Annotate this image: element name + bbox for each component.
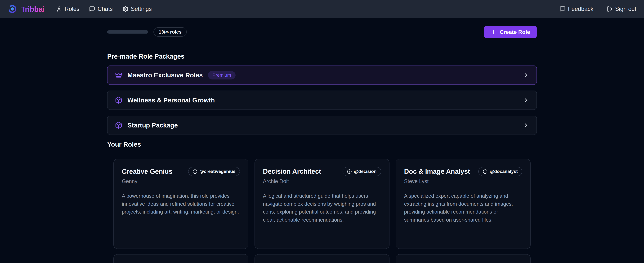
sign-out-button[interactable]: Sign out xyxy=(606,5,636,12)
sign-out-label: Sign out xyxy=(615,5,636,12)
role-description: A logical and structured guide that help… xyxy=(263,192,381,224)
create-role-button[interactable]: Create Role xyxy=(484,26,537,38)
nav-item-roles[interactable]: Roles xyxy=(56,5,80,12)
package-row-wellness-growth[interactable]: Wellness & Personal Growth xyxy=(107,91,537,110)
role-handle: @creativegenius xyxy=(200,169,236,174)
nav-item-chats[interactable]: Chats xyxy=(89,5,113,12)
role-agent-name: Archie Doit xyxy=(263,178,381,184)
role-card-doc-image-analyst[interactable]: Doc & Image Analyst @docanalyst Steve Ly… xyxy=(396,159,530,249)
user-icon xyxy=(56,6,62,12)
role-description: A powerhouse of imagination, this role p… xyxy=(122,192,240,216)
roles-count-badge: 13/∞ roles xyxy=(154,27,187,37)
chevron-right-icon xyxy=(523,122,529,128)
sign-out-icon xyxy=(606,6,613,12)
package-title: Maestro Exclusive Roles xyxy=(128,72,203,79)
main-content: 13/∞ roles Create Role Pre-made Role Pac… xyxy=(107,26,537,263)
usage-row: 13/∞ roles Create Role xyxy=(107,26,537,38)
role-description: A specialized expert capable of analyzin… xyxy=(404,192,522,224)
brand-name: Tribbai xyxy=(21,5,44,13)
role-handle: @decision xyxy=(354,169,377,174)
role-card-partial[interactable] xyxy=(396,254,530,263)
role-handle: @docanalyst xyxy=(490,169,518,174)
plus-icon xyxy=(491,29,496,35)
package-row-startup[interactable]: Startup Package xyxy=(107,116,537,135)
chat-bubble-icon xyxy=(560,6,566,12)
nav-item-settings[interactable]: Settings xyxy=(122,5,152,12)
nav-item-label: Settings xyxy=(131,5,152,12)
brand[interactable]: Tribbai xyxy=(8,4,44,14)
role-card-partial[interactable] xyxy=(254,254,389,263)
info-icon xyxy=(193,169,197,174)
info-icon xyxy=(347,169,352,174)
feedback-button[interactable]: Feedback xyxy=(560,5,594,12)
roles-usage-progress-bar xyxy=(107,30,148,33)
chevron-right-icon xyxy=(523,97,529,103)
role-card-decision-architect[interactable]: Decision Architect @decision Archie Doit… xyxy=(254,159,389,249)
nav-item-label: Roles xyxy=(64,5,80,12)
info-icon xyxy=(483,169,488,174)
package-icon xyxy=(115,96,122,104)
chevron-right-icon xyxy=(523,72,529,78)
role-card-partial[interactable] xyxy=(114,254,248,263)
role-handle-badge[interactable]: @decision xyxy=(342,167,381,176)
gear-icon xyxy=(122,6,128,12)
package-title: Startup Package xyxy=(128,122,178,129)
role-handle-badge[interactable]: @creativegenius xyxy=(188,167,240,176)
create-role-label: Create Role xyxy=(500,29,530,35)
your-roles-heading: Your Roles xyxy=(107,141,537,148)
top-navbar: Tribbai Roles Chats Settings xyxy=(0,0,644,18)
premium-badge: Premium xyxy=(208,71,236,79)
role-title: Creative Genius xyxy=(122,168,172,175)
role-handle-badge[interactable]: @docanalyst xyxy=(478,167,522,176)
nav-item-label: Chats xyxy=(98,5,113,12)
roles-grid-next-row xyxy=(107,254,537,263)
role-title: Doc & Image Analyst xyxy=(404,168,470,175)
role-card-creative-genius[interactable]: Creative Genius @creativegenius Genny A … xyxy=(114,159,248,249)
role-agent-name: Genny xyxy=(122,178,240,184)
premade-packages-heading: Pre-made Role Packages xyxy=(107,53,537,60)
package-row-maestro-exclusive[interactable]: Maestro Exclusive Roles Premium xyxy=(107,65,537,85)
tribbai-logo-icon xyxy=(8,4,17,14)
chat-bubble-icon xyxy=(89,6,95,12)
roles-grid: Creative Genius @creativegenius Genny A … xyxy=(107,159,537,249)
roles-count-label: 13/∞ roles xyxy=(158,29,182,35)
role-title: Decision Architect xyxy=(263,168,321,175)
package-icon xyxy=(115,122,122,129)
feedback-label: Feedback xyxy=(568,5,594,12)
crown-icon xyxy=(115,71,122,79)
role-agent-name: Steve Lyst xyxy=(404,178,522,184)
package-title: Wellness & Personal Growth xyxy=(128,97,215,104)
